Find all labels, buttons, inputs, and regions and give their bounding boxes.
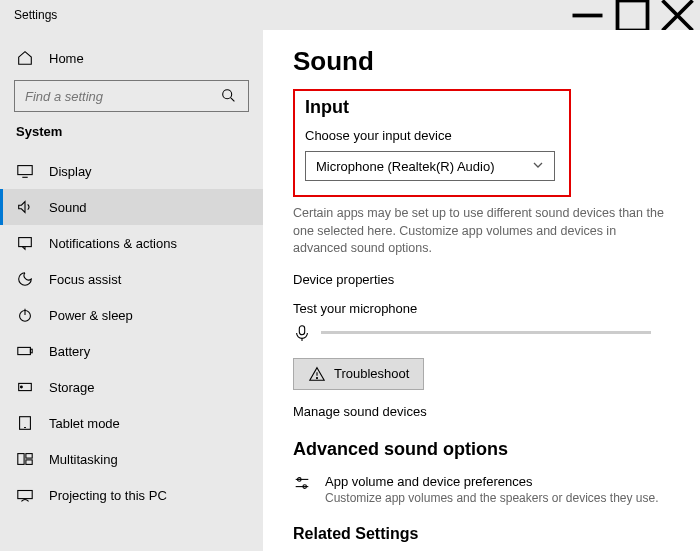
- input-device-dropdown[interactable]: Microphone (Realtek(R) Audio): [305, 151, 555, 181]
- tablet-icon: [16, 414, 34, 432]
- multitasking-icon: [16, 450, 34, 468]
- svg-rect-8: [19, 238, 32, 247]
- input-section-highlight: Input Choose your input device Microphon…: [293, 89, 571, 197]
- test-mic-label: Test your microphone: [293, 301, 670, 316]
- minimize-button[interactable]: [565, 0, 610, 30]
- sidebar-item-storage[interactable]: Storage: [0, 369, 263, 405]
- svg-rect-1: [618, 0, 648, 30]
- nav-label: Battery: [49, 344, 90, 359]
- power-icon: [16, 306, 34, 324]
- svg-rect-12: [30, 349, 32, 353]
- svg-line-5: [231, 98, 235, 102]
- svg-rect-20: [18, 491, 32, 499]
- nav-label: Storage: [49, 380, 95, 395]
- sound-icon: [16, 198, 34, 216]
- related-heading: Related Settings: [293, 525, 670, 543]
- advanced-heading: Advanced sound options: [293, 439, 670, 460]
- home-link[interactable]: Home: [0, 40, 263, 76]
- nav-label: Focus assist: [49, 272, 121, 287]
- maximize-button[interactable]: [610, 0, 655, 30]
- sidebar-item-tablet-mode[interactable]: Tablet mode: [0, 405, 263, 441]
- pref-subtitle: Customize app volumes and the speakers o…: [325, 491, 659, 505]
- svg-point-4: [223, 90, 232, 99]
- main-content: Sound Input Choose your input device Mic…: [263, 30, 700, 551]
- app-volume-preferences-link[interactable]: App volume and device preferences Custom…: [293, 474, 670, 505]
- choose-input-label: Choose your input device: [305, 128, 559, 143]
- sliders-icon: [293, 474, 311, 492]
- search-box[interactable]: [14, 80, 249, 112]
- nav-label: Multitasking: [49, 452, 118, 467]
- troubleshoot-button[interactable]: Troubleshoot: [293, 358, 424, 390]
- nav-label: Sound: [49, 200, 87, 215]
- sidebar-item-projecting[interactable]: Projecting to this PC: [0, 477, 263, 513]
- sidebar-item-notifications[interactable]: Notifications & actions: [0, 225, 263, 261]
- svg-point-14: [21, 386, 23, 388]
- search-icon: [220, 87, 238, 105]
- pref-title: App volume and device preferences: [325, 474, 659, 489]
- svg-point-24: [316, 377, 317, 378]
- input-heading: Input: [305, 97, 559, 118]
- mic-level-bar: [321, 331, 651, 334]
- projecting-icon: [16, 486, 34, 504]
- notifications-icon: [16, 234, 34, 252]
- window-title: Settings: [14, 8, 57, 22]
- focus-assist-icon: [16, 270, 34, 288]
- sidebar-item-sound[interactable]: Sound: [0, 189, 263, 225]
- sidebar-item-multitasking[interactable]: Multitasking: [0, 441, 263, 477]
- warning-icon: [308, 365, 326, 383]
- svg-rect-11: [18, 347, 31, 354]
- nav-label: Notifications & actions: [49, 236, 177, 251]
- dropdown-value: Microphone (Realtek(R) Audio): [316, 159, 494, 174]
- device-properties-link[interactable]: Device properties: [293, 272, 670, 287]
- titlebar: Settings: [0, 0, 700, 30]
- sidebar-item-focus-assist[interactable]: Focus assist: [0, 261, 263, 297]
- input-description: Certain apps may be set up to use differ…: [293, 205, 670, 258]
- svg-rect-21: [299, 325, 304, 334]
- sidebar-item-battery[interactable]: Battery: [0, 333, 263, 369]
- home-icon: [16, 49, 34, 67]
- svg-rect-18: [26, 454, 32, 459]
- display-icon: [16, 162, 34, 180]
- manage-sound-devices-link[interactable]: Manage sound devices: [293, 404, 670, 419]
- svg-rect-6: [18, 166, 32, 175]
- chevron-down-icon: [532, 159, 544, 174]
- nav-label: Projecting to this PC: [49, 488, 167, 503]
- sidebar-item-display[interactable]: Display: [0, 153, 263, 189]
- svg-rect-19: [26, 460, 32, 465]
- close-button[interactable]: [655, 0, 700, 30]
- page-title: Sound: [293, 46, 670, 77]
- sidebar-item-power-sleep[interactable]: Power & sleep: [0, 297, 263, 333]
- battery-icon: [16, 342, 34, 360]
- nav-label: Tablet mode: [49, 416, 120, 431]
- svg-rect-17: [18, 454, 24, 465]
- search-input[interactable]: [25, 89, 220, 104]
- storage-icon: [16, 378, 34, 396]
- nav-label: Display: [49, 164, 92, 179]
- home-label: Home: [49, 51, 84, 66]
- nav-label: Power & sleep: [49, 308, 133, 323]
- section-label: System: [0, 122, 263, 153]
- troubleshoot-label: Troubleshoot: [334, 366, 409, 381]
- microphone-icon: [293, 324, 311, 342]
- sidebar: Home System Display Sound Notifications …: [0, 30, 263, 551]
